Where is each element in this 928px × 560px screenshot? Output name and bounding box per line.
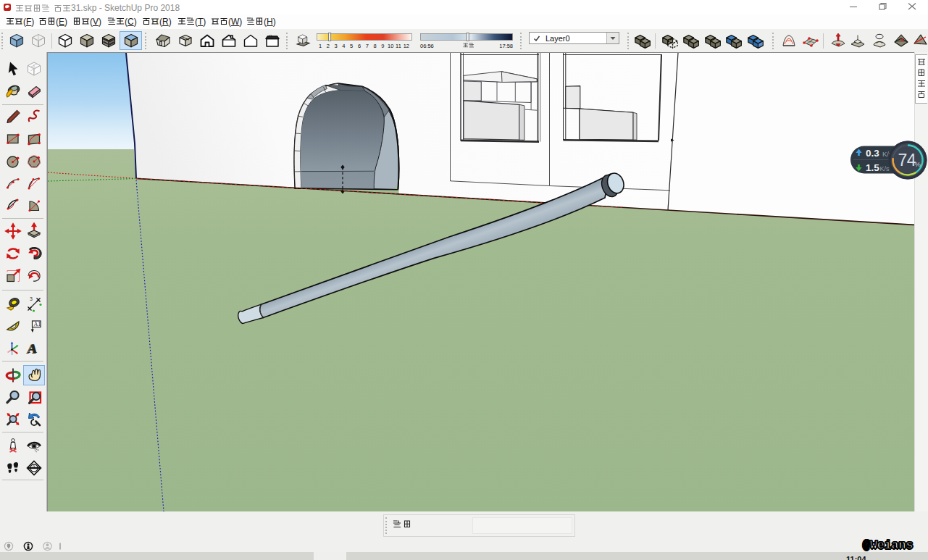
svg-text:12: 12	[404, 43, 409, 49]
svg-text:K/s: K/s	[880, 165, 890, 172]
svg-text:3: 3	[30, 296, 33, 301]
svg-text:1.5: 1.5	[866, 162, 879, 173]
svg-text:9: 9	[381, 43, 384, 49]
svg-text:17:58: 17:58	[499, 43, 513, 49]
svg-text:6: 6	[358, 43, 361, 49]
svg-text:A1: A1	[33, 321, 41, 327]
svg-text:1: 1	[319, 43, 322, 49]
svg-text:74: 74	[898, 151, 916, 170]
svg-text:8: 8	[374, 43, 377, 49]
svg-text:10: 10	[388, 43, 393, 49]
svg-text:7: 7	[366, 43, 369, 49]
svg-text:4: 4	[342, 43, 345, 49]
svg-text:11: 11	[396, 43, 401, 49]
svg-text:2: 2	[327, 43, 330, 49]
svg-text:%: %	[915, 160, 921, 168]
svg-text:3: 3	[335, 43, 338, 49]
svg-text:06:56: 06:56	[420, 43, 434, 49]
svg-text:5: 5	[350, 43, 353, 49]
svg-text:N: N	[33, 464, 35, 467]
svg-text:0.3: 0.3	[866, 148, 879, 159]
svg-text:A: A	[27, 341, 38, 356]
